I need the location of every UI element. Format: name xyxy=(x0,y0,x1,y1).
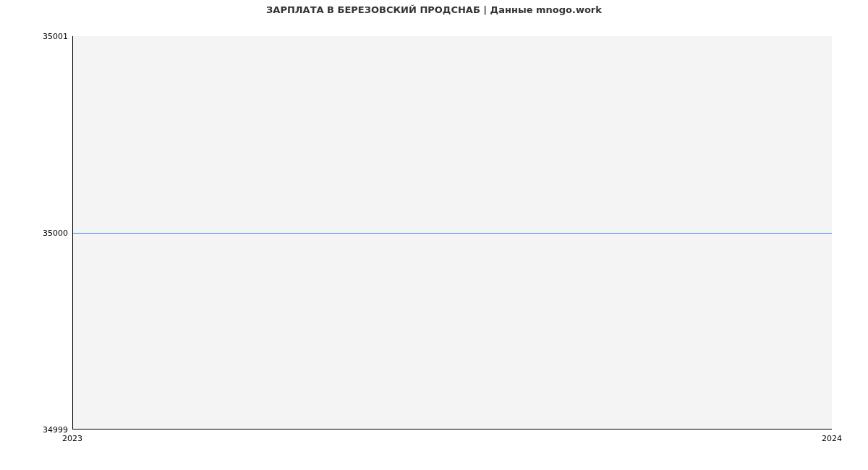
xtick-label: 2024 xyxy=(822,434,842,443)
series-line xyxy=(73,233,832,234)
ytick-label: 34999 xyxy=(43,425,68,435)
plot-area xyxy=(72,36,832,430)
xtick-label: 2023 xyxy=(62,434,82,443)
chart-title: ЗАРПЛАТА В БЕРЕЗОВСКИЙ ПРОДСНАБ | Данные… xyxy=(0,4,868,15)
ytick-label: 35001 xyxy=(43,32,68,41)
ytick-label: 35000 xyxy=(43,228,68,238)
